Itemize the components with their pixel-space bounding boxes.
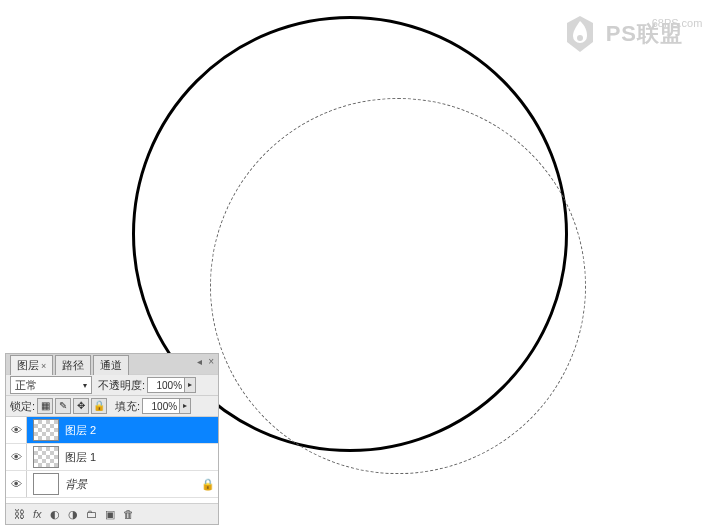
blend-mode-select[interactable]: 正常▾ — [10, 376, 92, 394]
delete-layer-button[interactable]: 🗑 — [123, 508, 134, 520]
lock-label: 锁定: — [10, 399, 35, 414]
layer-thumbnail[interactable] — [33, 446, 59, 468]
opacity-label: 不透明度: — [98, 378, 145, 393]
link-layers-button[interactable]: ⛓ — [14, 508, 25, 520]
visibility-toggle[interactable]: 👁 — [6, 417, 27, 443]
layer-name-label[interactable]: 图层 1 — [65, 450, 218, 465]
visibility-toggle[interactable]: 👁 — [6, 471, 27, 497]
panel-collapse-icon[interactable]: ◂ — [197, 356, 202, 367]
selection-marquee — [210, 98, 586, 474]
layer-name-label[interactable]: 背景 — [65, 477, 198, 492]
new-layer-button[interactable]: ▣ — [105, 508, 115, 521]
panel-tab-row: 图层× 路径 通道 ◂ × — [6, 354, 218, 374]
chevron-right-icon[interactable]: ▸ — [184, 378, 195, 392]
fill-field[interactable]: 100% ▸ — [142, 398, 191, 414]
panel-close-icon[interactable]: × — [208, 356, 214, 367]
opacity-field[interactable]: 100% ▸ — [147, 377, 196, 393]
blend-opacity-row: 正常▾ 不透明度: 100% ▸ — [6, 374, 218, 396]
group-button[interactable]: 🗀 — [86, 508, 97, 520]
watermark: 68PS.com PS联盟 — [560, 14, 683, 54]
visibility-toggle[interactable]: 👁 — [6, 444, 27, 470]
layer-row[interactable]: 👁 背景 🔒 — [6, 471, 218, 498]
adjustment-layer-button[interactable]: ◑ — [68, 508, 78, 521]
layer-thumbnail[interactable] — [33, 419, 59, 441]
mask-button[interactable]: ◐ — [50, 508, 60, 521]
layer-row[interactable]: 👁 图层 1 — [6, 444, 218, 471]
tab-layers[interactable]: 图层× — [10, 355, 53, 375]
fill-label: 填充: — [115, 399, 140, 414]
lock-pixels-button[interactable]: ✎ — [55, 398, 71, 414]
lock-fill-row: 锁定: ▦ ✎ ✥ 🔒 填充: 100% ▸ — [6, 396, 218, 417]
lock-position-button[interactable]: ✥ — [73, 398, 89, 414]
watermark-url: 68PS.com — [652, 17, 703, 29]
lock-all-button[interactable]: 🔒 — [91, 398, 107, 414]
layer-row[interactable]: 👁 图层 2 — [6, 417, 218, 444]
close-icon[interactable]: × — [41, 361, 46, 371]
fx-button[interactable]: fx — [33, 508, 42, 520]
flame-logo-icon — [560, 14, 600, 54]
layer-name-label[interactable]: 图层 2 — [65, 423, 218, 438]
tab-paths[interactable]: 路径 — [55, 355, 91, 375]
svg-point-0 — [577, 35, 583, 41]
chevron-right-icon[interactable]: ▸ — [179, 399, 190, 413]
layer-list: 👁 图层 2 👁 图层 1 👁 背景 🔒 — [6, 417, 218, 503]
layer-thumbnail[interactable] — [33, 473, 59, 495]
tab-channels[interactable]: 通道 — [93, 355, 129, 375]
lock-icon: 🔒 — [198, 478, 218, 491]
layers-panel: 图层× 路径 通道 ◂ × 正常▾ 不透明度: 100% ▸ 锁定: ▦ ✎ ✥… — [6, 354, 218, 524]
panel-footer: ⛓ fx ◐ ◑ 🗀 ▣ 🗑 — [6, 503, 218, 524]
lock-transparency-button[interactable]: ▦ — [37, 398, 53, 414]
